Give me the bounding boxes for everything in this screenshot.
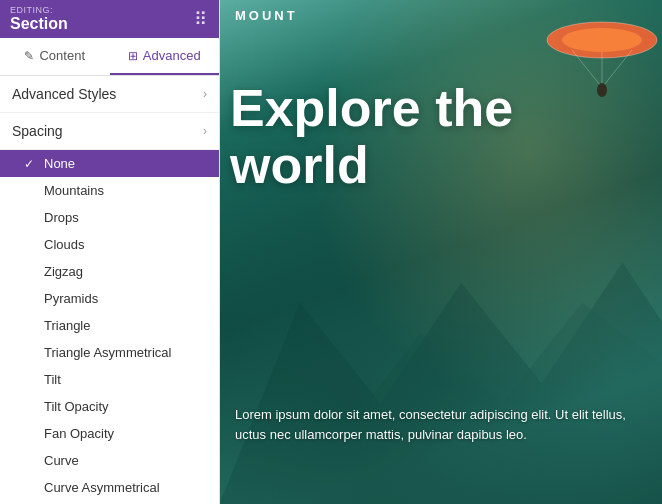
editing-label: EDITING: (10, 5, 68, 15)
check-icon-none: ✓ (24, 157, 38, 171)
advanced-styles-section[interactable]: Advanced Styles › (0, 76, 219, 113)
list-item-triangle[interactable]: Triangle (0, 312, 219, 339)
left-panel: EDITING: Section ⠿ ✎ Content ⊞ Advanced … (0, 0, 220, 504)
list-item-triangle-asymmetrical[interactable]: Triangle Asymmetrical (0, 339, 219, 366)
list-item-drops[interactable]: Drops (0, 204, 219, 231)
tab-content-label: Content (39, 48, 85, 63)
paraglider-area (542, 20, 622, 70)
tab-advanced[interactable]: ⊞ Advanced (110, 38, 220, 75)
right-panel: MOUNT Explore the world Lorem ipsum dolo… (220, 0, 662, 504)
content-tab-icon: ✎ (24, 49, 34, 63)
item-label-curve-asymmetrical: Curve Asymmetrical (44, 480, 207, 495)
advanced-styles-label: Advanced Styles (12, 86, 116, 102)
spacing-section[interactable]: Spacing › (0, 113, 219, 150)
dots-icon[interactable]: ⠿ (194, 10, 209, 28)
list-item-zigzag[interactable]: Zigzag (0, 258, 219, 285)
item-label-zigzag: Zigzag (44, 264, 207, 279)
list-item-tilt-opacity[interactable]: Tilt Opacity (0, 393, 219, 420)
list-item-pyramids[interactable]: Pyramids (0, 285, 219, 312)
list-item-curve[interactable]: Curve (0, 447, 219, 474)
item-label-fan-opacity: Fan Opacity (44, 426, 207, 441)
section-title: Section (10, 15, 68, 33)
list-item-fan-opacity[interactable]: Fan Opacity (0, 420, 219, 447)
hero-text: Explore the world (230, 80, 513, 194)
item-label-none: None (44, 156, 207, 171)
item-label-mountains: Mountains (44, 183, 207, 198)
svg-point-3 (562, 28, 642, 52)
list-item-mountains[interactable]: Mountains (0, 177, 219, 204)
list-item-curve-asymmetrical[interactable]: Curve Asymmetrical (0, 474, 219, 501)
item-label-pyramids: Pyramids (44, 291, 207, 306)
hero-title-line2: world (230, 136, 369, 194)
hero-title-line1: Explore the (230, 79, 513, 137)
item-label-tilt: Tilt (44, 372, 207, 387)
panel-header: EDITING: Section ⠿ (0, 0, 219, 38)
svg-point-7 (597, 83, 607, 97)
item-label-triangle-asymmetrical: Triangle Asymmetrical (44, 345, 207, 360)
item-label-curve: Curve (44, 453, 207, 468)
header-left: EDITING: Section (10, 5, 68, 33)
dropdown-list: ✓NoneMountainsDropsCloudsZigzagPyramidsT… (0, 150, 219, 504)
spacing-label: Spacing (12, 123, 63, 139)
hero-title: Explore the world (230, 80, 513, 194)
item-label-tilt-opacity: Tilt Opacity (44, 399, 207, 414)
tab-advanced-label: Advanced (143, 48, 201, 63)
item-label-triangle: Triangle (44, 318, 207, 333)
spacing-chevron: › (203, 124, 207, 138)
list-item-tilt[interactable]: Tilt (0, 366, 219, 393)
mountains-bg (220, 202, 662, 504)
advanced-tab-icon: ⊞ (128, 49, 138, 63)
list-item-clouds[interactable]: Clouds (0, 231, 219, 258)
item-label-drops: Drops (44, 210, 207, 225)
mount-label: MOUNT (235, 8, 298, 23)
hero-body: Lorem ipsum dolor sit amet, consectetur … (235, 405, 647, 444)
advanced-styles-chevron: › (203, 87, 207, 101)
item-label-clouds: Clouds (44, 237, 207, 252)
panel-tabs: ✎ Content ⊞ Advanced (0, 38, 219, 76)
tab-content[interactable]: ✎ Content (0, 38, 110, 75)
list-item-none[interactable]: ✓None (0, 150, 219, 177)
